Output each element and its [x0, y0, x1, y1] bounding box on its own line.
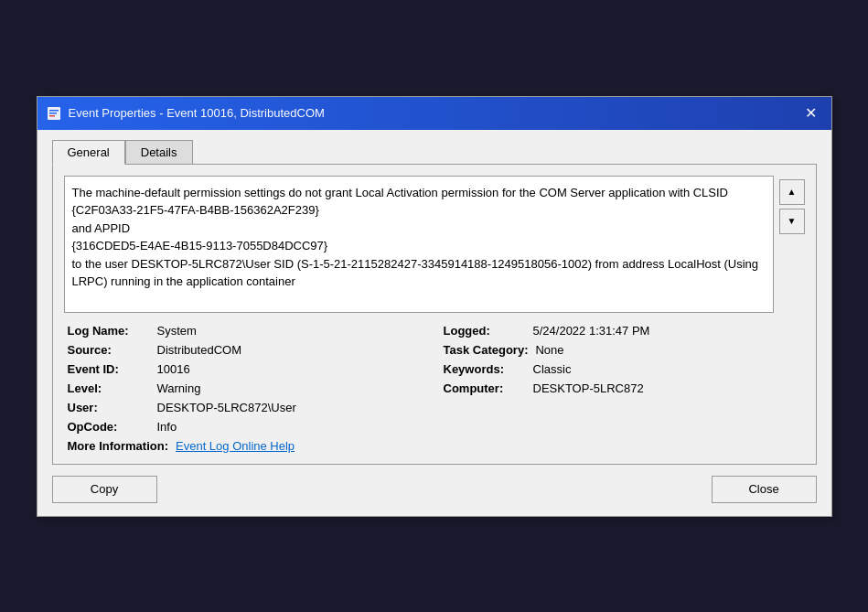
- event-properties-dialog: Event Properties - Event 10016, Distribu…: [37, 96, 832, 517]
- opcode-label: OpCode:: [68, 420, 150, 434]
- event-id-label: Event ID:: [68, 362, 150, 376]
- svg-rect-2: [49, 113, 57, 114]
- source-label: Source:: [68, 343, 150, 357]
- log-name-value: System: [157, 324, 197, 338]
- user-value: DESKTOP-5LRC872\User: [157, 401, 296, 414]
- keywords-value: Classic: [533, 362, 572, 376]
- tab-general[interactable]: General: [52, 140, 125, 165]
- nav-buttons: ▲ ▼: [779, 176, 805, 313]
- detail-level: Level: Warning: [68, 381, 425, 395]
- computer-value: DESKTOP-5LRC872: [533, 381, 644, 395]
- detail-more-info: More Information: Event Log Online Help: [68, 439, 801, 453]
- computer-label: Computer:: [444, 381, 526, 395]
- logged-value: 5/24/2022 1:31:47 PM: [533, 324, 650, 338]
- dialog-body: General Details ▲ ▼ Log Name: System: [38, 130, 831, 465]
- detail-event-id: Event ID: 10016: [68, 362, 425, 376]
- message-area-wrapper: ▲ ▼: [64, 176, 805, 313]
- task-category-value: None: [535, 343, 563, 357]
- keywords-label: Keywords:: [444, 362, 526, 376]
- tabs-container: General Details: [52, 139, 817, 164]
- tab-details[interactable]: Details: [125, 140, 193, 165]
- dialog-footer: Copy Close: [38, 465, 831, 516]
- detail-keywords: Keywords: Classic: [444, 362, 801, 376]
- spacer2: [444, 420, 801, 434]
- logged-label: Logged:: [444, 324, 526, 338]
- svg-rect-1: [49, 110, 59, 112]
- detail-log-name: Log Name: System: [68, 324, 425, 338]
- source-value: DistributedCOM: [157, 343, 241, 357]
- detail-user: User: DESKTOP-5LRC872\User: [68, 401, 425, 414]
- detail-source: Source: DistributedCOM: [68, 343, 425, 357]
- more-info-label: More Information:: [68, 439, 169, 453]
- detail-task-category: Task Category: None: [444, 343, 801, 357]
- copy-button[interactable]: Copy: [52, 476, 157, 503]
- detail-computer: Computer: DESKTOP-5LRC872: [444, 381, 801, 395]
- event-id-value: 10016: [157, 362, 190, 376]
- task-category-label: Task Category:: [444, 343, 529, 357]
- opcode-value: Info: [157, 420, 177, 434]
- tab-content-general: ▲ ▼ Log Name: System Logged: 5/24/2022 1…: [52, 164, 817, 465]
- event-message-textarea[interactable]: [64, 176, 774, 313]
- event-log-online-help-link[interactable]: Event Log Online Help: [176, 439, 295, 453]
- level-label: Level:: [68, 381, 150, 395]
- detail-logged: Logged: 5/24/2022 1:31:47 PM: [444, 324, 801, 338]
- spacer: [444, 401, 801, 414]
- user-label: User:: [68, 401, 150, 414]
- scroll-down-button[interactable]: ▼: [779, 209, 805, 234]
- level-value: Warning: [157, 381, 201, 395]
- svg-rect-3: [49, 115, 55, 117]
- scroll-up-button[interactable]: ▲: [779, 179, 805, 205]
- title-bar: Event Properties - Event 10016, Distribu…: [38, 97, 831, 130]
- details-grid: Log Name: System Logged: 5/24/2022 1:31:…: [64, 324, 805, 453]
- close-button[interactable]: Close: [712, 476, 817, 503]
- detail-opcode: OpCode: Info: [68, 420, 425, 434]
- log-name-label: Log Name:: [68, 324, 150, 338]
- title-bar-text: Event Properties - Event 10016, Distribu…: [69, 106, 793, 120]
- close-icon-button[interactable]: ✕: [800, 102, 822, 124]
- dialog-icon: [47, 106, 61, 121]
